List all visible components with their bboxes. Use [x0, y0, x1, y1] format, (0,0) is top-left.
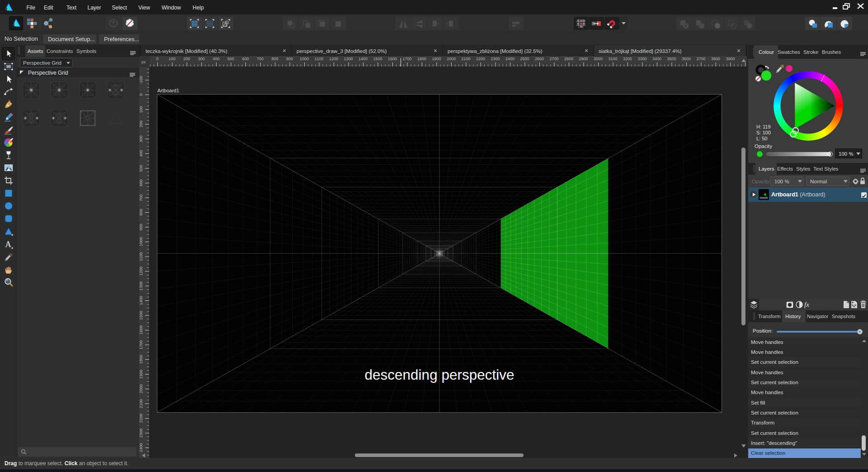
svg-text:A: A [5, 239, 11, 248]
svg-text:descending perspective: descending perspective [365, 367, 514, 383]
